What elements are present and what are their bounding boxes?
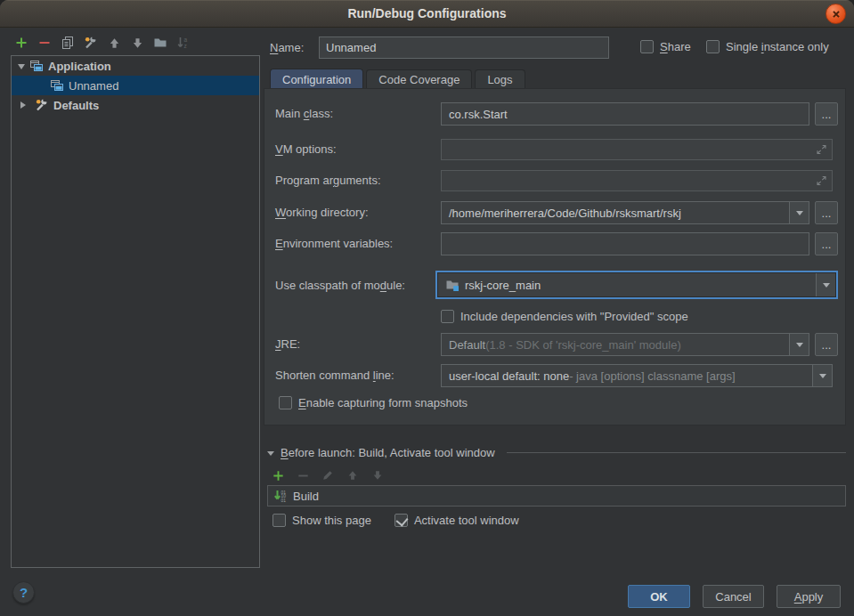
application-icon bbox=[50, 78, 64, 93]
enable-capturing-checkbox-row[interactable]: Enable capturing form snapshots bbox=[279, 396, 468, 409]
shorten-command-line-combo[interactable]: user-local default: none - java [options… bbox=[441, 364, 833, 387]
program-arguments-field[interactable] bbox=[441, 170, 833, 191]
apply-button[interactable]: Apply bbox=[777, 585, 841, 608]
tree-node-defaults[interactable]: Defaults bbox=[12, 95, 259, 115]
tree-node-label: Unnamed bbox=[69, 79, 118, 93]
enable-capturing-checkbox[interactable] bbox=[279, 396, 292, 409]
tab-logs[interactable]: Logs bbox=[475, 69, 525, 89]
use-classpath-combo[interactable]: rskj-core_main bbox=[437, 272, 836, 297]
tree-node-application[interactable]: Application bbox=[12, 56, 259, 76]
before-launch-toolbar bbox=[270, 467, 386, 483]
activate-tool-window-checkbox-row[interactable]: Activate tool window bbox=[394, 514, 519, 527]
working-directory-label: Working directory: bbox=[275, 206, 369, 219]
use-classpath-label: Use classpath of module: bbox=[275, 279, 405, 292]
chevron-down-icon bbox=[796, 343, 803, 351]
tab-code-coverage[interactable]: Code Coverage bbox=[366, 69, 472, 89]
vm-options-label: VM options: bbox=[275, 142, 337, 156]
name-input[interactable] bbox=[319, 36, 609, 59]
environment-variables-browse-button[interactable]: ... bbox=[815, 232, 838, 255]
close-icon bbox=[830, 8, 842, 20]
dropdown-arrow-button[interactable] bbox=[812, 365, 832, 386]
folder-icon bbox=[153, 36, 167, 50]
chevron-down-icon bbox=[823, 283, 830, 291]
arrow-up-icon bbox=[108, 36, 121, 50]
share-label: Share bbox=[660, 40, 691, 53]
shorten-command-line-label: Shorten command line: bbox=[275, 369, 394, 382]
move-up-button[interactable] bbox=[106, 35, 122, 51]
pencil-icon bbox=[321, 469, 334, 482]
single-instance-checkbox-row[interactable]: Single instance only bbox=[706, 40, 829, 53]
chevron-down-icon[interactable] bbox=[18, 64, 25, 73]
sort-alphabetically-icon bbox=[176, 36, 191, 50]
question-mark-icon: ? bbox=[20, 585, 28, 600]
main-class-field[interactable]: co.rsk.Start bbox=[441, 102, 809, 126]
show-this-page-label: Show this page bbox=[292, 514, 371, 527]
include-provided-label: Include dependencies with "Provided" sco… bbox=[460, 310, 688, 323]
cancel-button[interactable]: Cancel bbox=[703, 585, 764, 608]
show-this-page-checkbox-row[interactable]: Show this page bbox=[272, 514, 371, 527]
include-provided-checkbox-row[interactable]: Include dependencies with "Provided" sco… bbox=[441, 310, 688, 323]
sort-configurations-button[interactable] bbox=[175, 35, 191, 51]
arrow-down-icon bbox=[371, 469, 384, 482]
jre-browse-button[interactable]: ... bbox=[815, 333, 838, 356]
working-directory-browse-button[interactable]: ... bbox=[815, 201, 838, 224]
copy-icon bbox=[61, 36, 75, 50]
working-directory-combo[interactable]: /home/meriherrera/Code/Github/rsksmart/r… bbox=[441, 201, 809, 224]
program-arguments-label: Program arguments: bbox=[275, 174, 381, 187]
remove-icon bbox=[297, 469, 310, 482]
chevron-right-icon[interactable] bbox=[20, 101, 29, 109]
jre-combo[interactable]: Default (1.8 - SDK of 'rskj-core_main' m… bbox=[441, 333, 809, 356]
edit-task-button[interactable] bbox=[320, 467, 336, 483]
title-bar[interactable]: Run/Debug Configurations bbox=[0, 0, 854, 28]
jre-label: JRE: bbox=[275, 337, 300, 351]
chevron-down-icon[interactable] bbox=[267, 451, 274, 459]
before-launch-label: Before launch: Build, Activate tool wind… bbox=[281, 446, 495, 459]
chevron-down-icon bbox=[819, 374, 826, 382]
remove-configuration-button[interactable] bbox=[37, 35, 53, 51]
environment-variables-field[interactable] bbox=[441, 232, 809, 255]
chevron-down-icon bbox=[796, 211, 803, 219]
add-task-button[interactable] bbox=[270, 467, 286, 483]
edit-defaults-button[interactable] bbox=[83, 35, 99, 51]
before-launch-options: Show this page Activate tool window bbox=[272, 514, 519, 527]
main-class-label: Main class: bbox=[275, 107, 333, 120]
wrench-icon bbox=[35, 98, 49, 112]
configuration-panel: Main class: co.rsk.Start ... VM options:… bbox=[264, 88, 846, 426]
expand-field-icon[interactable] bbox=[816, 175, 827, 187]
dropdown-arrow-button[interactable] bbox=[789, 334, 809, 355]
name-label: Name: bbox=[270, 41, 304, 54]
tab-bar: Configuration Code Coverage Logs bbox=[270, 69, 528, 89]
add-configuration-button[interactable] bbox=[13, 35, 29, 51]
copy-configuration-button[interactable] bbox=[60, 35, 76, 51]
move-task-down-button[interactable] bbox=[370, 467, 386, 483]
move-task-up-button[interactable] bbox=[345, 467, 361, 483]
main-class-browse-button[interactable]: ... bbox=[815, 102, 838, 126]
run-debug-configurations-dialog: Run/Debug Configurations Application Unn… bbox=[0, 0, 854, 616]
show-this-page-checkbox[interactable] bbox=[272, 514, 286, 527]
share-checkbox-row[interactable]: Share bbox=[640, 40, 691, 53]
before-launch-header[interactable]: Before launch: Build, Activate tool wind… bbox=[267, 446, 846, 459]
vm-options-field[interactable] bbox=[441, 139, 833, 160]
task-item-build[interactable]: Build bbox=[293, 490, 319, 503]
help-button[interactable]: ? bbox=[12, 581, 35, 604]
close-button[interactable] bbox=[826, 4, 846, 24]
move-down-button[interactable] bbox=[129, 35, 145, 51]
remove-task-button[interactable] bbox=[295, 467, 311, 483]
add-icon bbox=[272, 469, 285, 482]
tree-node-label: Defaults bbox=[53, 99, 99, 112]
dropdown-arrow-button[interactable] bbox=[816, 273, 835, 296]
share-checkbox[interactable] bbox=[640, 40, 654, 53]
before-launch-task-list: Build bbox=[267, 485, 846, 507]
single-instance-checkbox[interactable] bbox=[706, 40, 720, 53]
expand-field-icon[interactable] bbox=[816, 144, 827, 156]
dropdown-arrow-button[interactable] bbox=[789, 202, 809, 223]
ok-button[interactable]: OK bbox=[628, 585, 690, 608]
create-folder-button[interactable] bbox=[152, 35, 168, 51]
activate-tool-window-checkbox[interactable] bbox=[394, 514, 408, 527]
include-provided-checkbox[interactable] bbox=[441, 310, 454, 323]
add-icon bbox=[14, 36, 28, 50]
tab-configuration[interactable]: Configuration bbox=[270, 69, 363, 89]
environment-variables-label: Environment variables: bbox=[275, 237, 393, 250]
activate-tool-window-label: Activate tool window bbox=[414, 514, 519, 527]
tree-node-unnamed[interactable]: Unnamed bbox=[12, 76, 259, 95]
